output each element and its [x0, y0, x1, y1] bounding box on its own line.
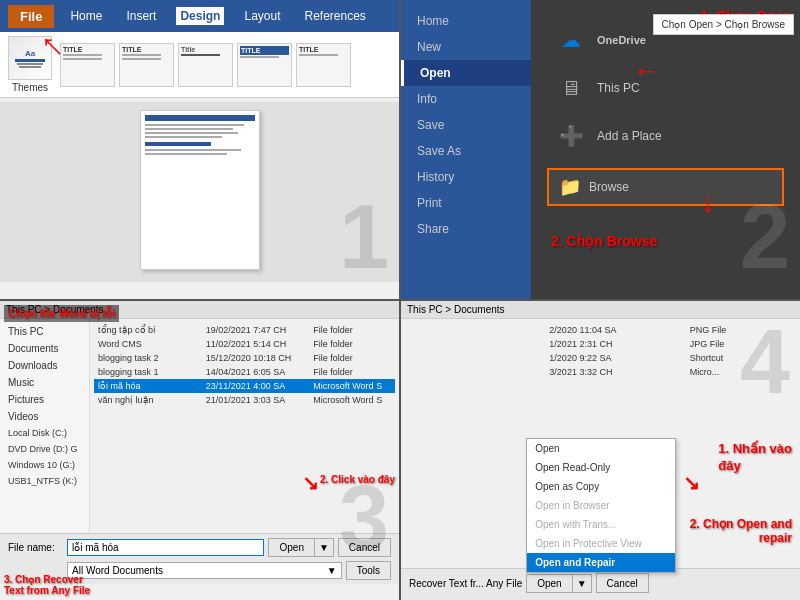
open-arrow-button[interactable]: ▼: [315, 538, 334, 557]
panel4-footer: Recover Text fr... Any File Open Open Re…: [401, 568, 800, 600]
menu-open-readonly[interactable]: Open Read-Only: [527, 458, 675, 477]
arrow-panel4-1: ↘: [683, 471, 700, 495]
step-number-1: 1: [339, 186, 389, 289]
add-place-label: Add a Place: [597, 129, 662, 143]
recover-text-label: Recover Text fr... Any File: [409, 578, 522, 589]
theme-thumb-2[interactable]: TITLE: [119, 43, 174, 87]
open-button[interactable]: Open: [268, 538, 314, 557]
doc-page: [140, 110, 260, 270]
add-place-icon: ➕: [555, 120, 587, 152]
filename-row: File name: Open ▼ Cancel: [8, 538, 391, 557]
tab-design[interactable]: Design: [176, 7, 224, 25]
label-chon-file: Chọn file Word bị lỗi: [4, 305, 119, 322]
filename-input[interactable]: [67, 539, 264, 556]
onedrive-hint-text: Chọn Open > Chọn Browse: [662, 19, 785, 30]
browse-icon: 📁: [559, 176, 581, 198]
panel-2: Home New Open Info Save Save As History …: [401, 0, 800, 299]
panel4-open-arrow[interactable]: ▼: [573, 574, 592, 593]
nav-pictures[interactable]: Pictures: [0, 391, 89, 408]
label-chon-open-repair: 2. Chọn Open andrepair: [690, 517, 792, 545]
tab-home[interactable]: Home: [66, 7, 106, 25]
nav-videos[interactable]: Videos: [0, 408, 89, 425]
this-pc-icon: 🖥: [555, 72, 587, 104]
panel-1: File Home Insert Design Layout Reference…: [0, 0, 399, 299]
nav-usb[interactable]: USB1_NTFS (K:): [0, 473, 89, 489]
nav-history[interactable]: History: [401, 164, 531, 190]
main-grid: File Home Insert Design Layout Reference…: [0, 0, 800, 600]
panel4-path: This PC > Documents: [407, 304, 505, 315]
nav-local-disk[interactable]: Local Disk (C:): [0, 425, 89, 441]
file-button[interactable]: File: [8, 5, 54, 28]
panel4-cancel-button[interactable]: Cancel: [596, 573, 649, 593]
onedrive-option[interactable]: ☁ OneDrive Chọn Open > Chọn Browse: [547, 16, 784, 64]
nav-save-as[interactable]: Save As: [401, 138, 531, 164]
file-row: Word CMS 11/02/2021 5:14 CH File folder: [94, 337, 395, 351]
file-row-p4-1: 2/2020 11:04 SA PNG File: [405, 323, 796, 337]
nav-this-pc[interactable]: This PC: [0, 323, 89, 340]
panel-3: This PC > Documents This PC Documents Do…: [0, 301, 399, 600]
label-nhan-vao-day: 1. Nhấn vàođây: [718, 441, 792, 475]
file-row: blogging task 1 14/04/2021 6:05 SA File …: [94, 365, 395, 379]
nav-print[interactable]: Print: [401, 190, 531, 216]
file-row: tổng tập cổ bí 19/02/2021 7:47 CH File f…: [94, 323, 395, 337]
panel4-action-btns: Open Open Read-Only Open as Copy Open in…: [526, 573, 649, 593]
label-chon-browse: 2. Chọn Browse: [551, 233, 657, 249]
nav-share[interactable]: Share: [401, 216, 531, 242]
theme-thumb-5[interactable]: TITLE: [296, 43, 351, 87]
nav-save[interactable]: Save: [401, 112, 531, 138]
add-place-option[interactable]: ➕ Add a Place: [547, 112, 784, 160]
panel-4: This PC > Documents 2/2020 11:04 SA PNG …: [401, 301, 800, 600]
this-pc-option[interactable]: 🖥 This PC: [547, 64, 784, 112]
nav-home[interactable]: Home: [401, 8, 531, 34]
menu-open-protected[interactable]: Open in Protective View: [527, 534, 675, 553]
filetype-dropdown[interactable]: All Word Documents ▼: [67, 562, 342, 579]
onedrive-label: OneDrive: [597, 34, 646, 46]
nav-open[interactable]: Open: [401, 60, 531, 86]
tab-insert[interactable]: Insert: [122, 7, 160, 25]
panel4-filename-row: Recover Text fr... Any File Open Open Re…: [409, 573, 792, 593]
theme-thumb-4[interactable]: TITLE: [237, 43, 292, 87]
onedrive-hint-box: Chọn Open > Chọn Browse: [653, 14, 794, 35]
filename-label: File name:: [8, 542, 63, 553]
step-number-2: 2: [740, 186, 790, 289]
label-recover-text: 3. Chọn RecoverText from Any File: [4, 574, 90, 596]
theme-thumb-3[interactable]: Title: [178, 43, 233, 87]
file-row-p4-2: 1/2021 2:31 CH JPG File: [405, 337, 796, 351]
open-btn-group: Open ▼: [526, 574, 591, 593]
nav-downloads[interactable]: Downloads: [0, 357, 89, 374]
ribbon-tabs: Home Insert Design Layout References: [66, 7, 369, 25]
menu-open[interactable]: Open: [527, 439, 675, 458]
backstage-nav: Home New Open Info Save Save As History …: [401, 0, 531, 299]
nav-dvd-drive[interactable]: DVD Drive (D:) G: [0, 441, 89, 457]
arrow-panel3-1: ↘: [302, 471, 319, 495]
onedrive-icon: ☁: [555, 24, 587, 56]
menu-open-repair[interactable]: Open and Repair: [527, 553, 675, 572]
file-row-selected[interactable]: lỗi mã hóa 23/11/2021 4:00 SA Microsoft …: [94, 379, 395, 393]
arrow-to-open: ←: [632, 55, 660, 87]
ribbon-top: File Home Insert Design Layout Reference…: [0, 0, 399, 32]
arrow-to-browse: ↓: [701, 187, 715, 219]
nav-music[interactable]: Music: [0, 374, 89, 391]
browse-label: Browse: [589, 180, 629, 194]
tab-references[interactable]: References: [300, 7, 369, 25]
file-row-p4-4: 3/2021 3:32 CH Micro...: [405, 365, 796, 379]
nav-win10[interactable]: Windows 10 (G:): [0, 457, 89, 473]
theme-thumbnails: TITLE TITLE Title TITLE: [60, 43, 351, 87]
step-number-3: 3: [339, 467, 389, 570]
themes-label: Themes: [12, 82, 48, 93]
menu-open-copy[interactable]: Open as Copy: [527, 477, 675, 496]
panel4-open-button[interactable]: Open: [526, 574, 572, 593]
file-row: văn nghị luận 21/01/2021 3:03 SA Microso…: [94, 393, 395, 407]
menu-open-browser[interactable]: Open in Browser: [527, 496, 675, 515]
file-row: blogging task 2 15/12/2020 10:18 CH File…: [94, 351, 395, 365]
open-dropdown: Open ▼: [268, 538, 333, 557]
nav-new[interactable]: New: [401, 34, 531, 60]
step-number-4: 4: [740, 311, 790, 414]
panel4-open-dropdown: Open Open Read-Only Open as Copy Open in…: [526, 573, 591, 593]
open-menu: Open Open Read-Only Open as Copy Open in…: [526, 438, 676, 573]
tab-layout[interactable]: Layout: [240, 7, 284, 25]
nav-info[interactable]: Info: [401, 86, 531, 112]
file-nav: This PC Documents Downloads Music Pictur…: [0, 319, 90, 533]
menu-open-transform[interactable]: Open with Trans...: [527, 515, 675, 534]
nav-documents[interactable]: Documents: [0, 340, 89, 357]
